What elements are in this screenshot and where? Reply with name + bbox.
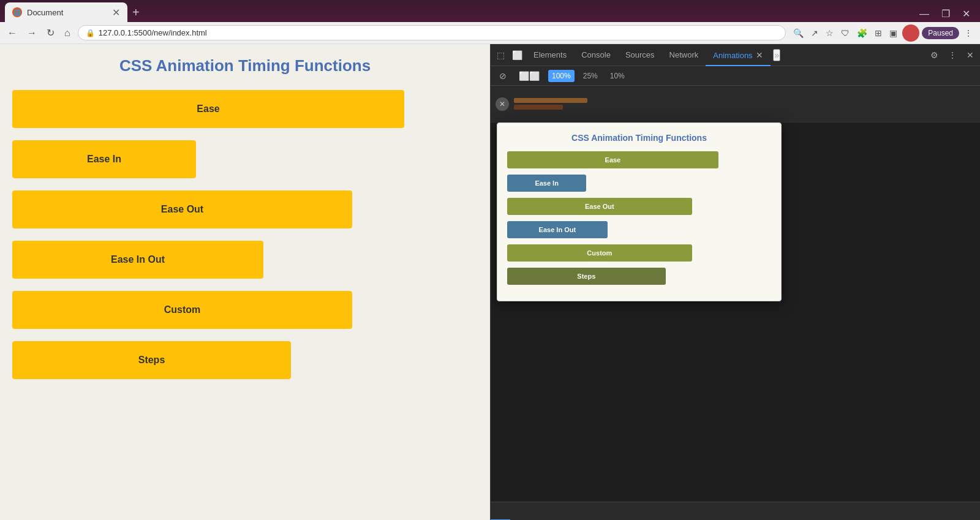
bookmark-button[interactable]: ☆ xyxy=(823,26,836,40)
more-tabs-button[interactable]: » xyxy=(773,49,780,61)
anim-bar-1 xyxy=(514,98,587,103)
preview-popup: CSS Animation Timing Functions Ease Ease… xyxy=(497,122,782,301)
window-minimize-btn[interactable]: — xyxy=(914,6,934,22)
animations-tab-close[interactable]: ✕ xyxy=(756,50,763,60)
reload-button[interactable]: ↻ xyxy=(44,24,57,41)
devtools-actions: ⚙ ⋮ ✕ xyxy=(927,48,978,62)
share-button[interactable]: ↗ xyxy=(809,26,821,40)
tab-title: Document xyxy=(27,8,63,17)
devtools-more-btn[interactable]: ⋮ xyxy=(944,48,960,62)
speed-25-btn[interactable]: 25% xyxy=(579,70,601,82)
preview-ease-in-btn[interactable]: Ease In xyxy=(507,175,586,192)
devtools-toolbar: ⊘ ⬜⬜ 100% 25% 10% xyxy=(491,66,980,86)
preview-custom-btn[interactable]: Custom xyxy=(507,244,692,262)
zoom-button[interactable]: 🔍 xyxy=(791,26,806,40)
animation-bars xyxy=(514,98,587,110)
shield-button[interactable]: 🛡 xyxy=(839,26,852,40)
custom-button[interactable]: Custom xyxy=(12,291,352,329)
tab-animations[interactable]: Animations ✕ xyxy=(706,44,771,66)
devtools-inspect-btn[interactable]: ⬚ xyxy=(493,48,508,62)
page-title: CSS Animation Timing Functions xyxy=(12,56,478,75)
window-controls: — ❐ ✕ xyxy=(914,6,975,22)
address-actions: 🔍 ↗ ☆ 🛡 🧩 ⊞ ▣ Paused ⋮ xyxy=(791,24,975,42)
active-tab[interactable]: 🌐 Document ✕ xyxy=(5,2,127,22)
forward-button[interactable]: → xyxy=(24,25,39,41)
speed-100-btn[interactable]: 100% xyxy=(548,70,575,82)
window-close-btn[interactable]: ✕ xyxy=(957,6,975,22)
preview-steps-btn[interactable]: Steps xyxy=(507,268,666,285)
preview-ease-out-btn[interactable]: Ease Out xyxy=(507,198,692,215)
animation-bar-area: ✕ xyxy=(491,86,980,122)
pause-animations-btn[interactable]: ⊘ xyxy=(496,69,510,83)
anim-bar-2 xyxy=(514,105,563,110)
page-content: CSS Animation Timing Functions Ease Ease… xyxy=(0,44,490,520)
menu-button[interactable]: ⋮ xyxy=(962,26,975,40)
url-icon: 🔒 xyxy=(86,29,95,37)
paused-button[interactable]: Paused xyxy=(922,27,959,39)
bottom-tabs xyxy=(491,502,980,520)
new-tab-button[interactable]: + xyxy=(127,3,145,22)
ease-button[interactable]: Ease xyxy=(12,90,404,128)
profile-button[interactable] xyxy=(902,24,919,42)
tab-sources[interactable]: Sources xyxy=(618,44,662,66)
devtools-responsive-btn[interactable]: ⬜ xyxy=(508,48,526,62)
bottom-tab-active[interactable] xyxy=(491,502,510,521)
tab-favicon: 🌐 xyxy=(12,7,22,17)
preview-ease-btn[interactable]: Ease xyxy=(507,151,718,168)
devtools-close-btn[interactable]: ✕ xyxy=(963,48,978,62)
back-button[interactable]: ← xyxy=(5,25,20,41)
tab-bar: 🌐 Document ✕ + — ❐ ✕ xyxy=(0,0,980,22)
tab-network[interactable]: Network xyxy=(662,44,706,66)
extensions-button[interactable]: ⊞ xyxy=(872,26,884,40)
layout-button[interactable]: ▣ xyxy=(887,26,900,40)
url-text: 127.0.0.1:5500/new/index.html xyxy=(99,28,207,37)
devtools-tabs: ⬚ ⬜ Elements Console Sources Network Ani… xyxy=(491,44,980,66)
window-restore-btn[interactable]: ❐ xyxy=(937,6,955,22)
main-area: CSS Animation Timing Functions Ease Ease… xyxy=(0,44,980,520)
devtools-panel: ⬚ ⬜ Elements Console Sources Network Ani… xyxy=(490,44,980,520)
address-bar: ← → ↻ ⌂ 🔒 127.0.0.1:5500/new/index.html … xyxy=(0,22,980,44)
url-bar[interactable]: 🔒 127.0.0.1:5500/new/index.html xyxy=(78,25,786,40)
extension-button[interactable]: 🧩 xyxy=(854,26,870,40)
tab-console[interactable]: Console xyxy=(574,44,618,66)
tab-elements[interactable]: Elements xyxy=(526,44,574,66)
close-animation-btn[interactable]: ✕ xyxy=(496,97,509,111)
home-button[interactable]: ⌂ xyxy=(62,25,73,41)
devtools-settings-btn[interactable]: ⚙ xyxy=(927,48,942,62)
ease-in-out-button[interactable]: Ease In Out xyxy=(12,241,263,279)
preview-title: CSS Animation Timing Functions xyxy=(507,133,771,143)
tab-close-btn[interactable]: ✕ xyxy=(112,7,120,18)
ease-out-button[interactable]: Ease Out xyxy=(12,190,352,228)
ease-in-button[interactable]: Ease In xyxy=(12,140,196,178)
speed-10-btn[interactable]: 10% xyxy=(606,70,628,82)
preview-ease-in-out-btn[interactable]: Ease In Out xyxy=(507,221,608,238)
steps-button[interactable]: Steps xyxy=(12,341,291,379)
browser-window: 🌐 Document ✕ + — ❐ ✕ ← → ↻ ⌂ 🔒 127.0.0.1… xyxy=(0,0,980,520)
devtools-body: ✕ CSS Animation Timing Functions Ease Ea… xyxy=(491,86,980,520)
screenshot-btn[interactable]: ⬜⬜ xyxy=(515,69,543,83)
